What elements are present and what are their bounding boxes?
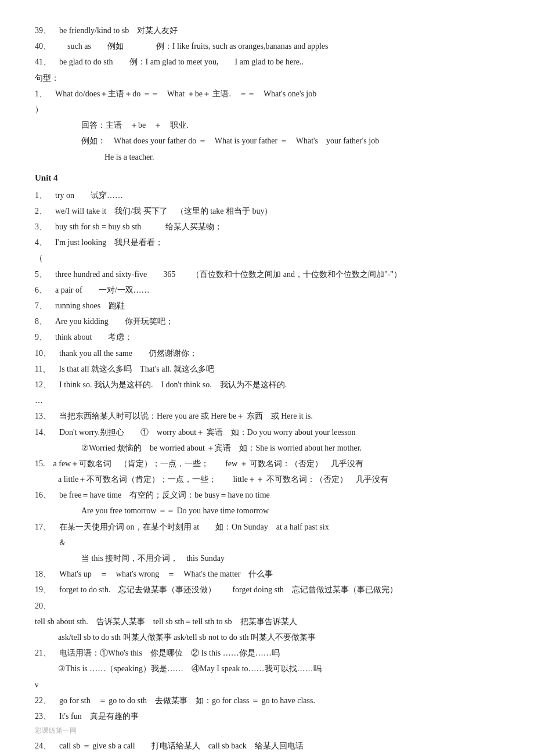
line-u12b: … [35, 393, 499, 408]
line-u18: 18、 What's up ＝ what's wrong ＝ What's th… [35, 567, 499, 581]
line-u17b: ＆ [35, 535, 499, 550]
line-u3: 3、 buy sth for sb = buy sb sth 给某人买某物； [35, 219, 499, 234]
line-u4b: （ [35, 251, 499, 265]
line-u12: 12、 I think so. 我认为是这样的. I don't think s… [35, 377, 499, 392]
line-u17a: 17、 在某一天使用介词 on，在某个时刻用 at 如：On Sunday at… [35, 520, 499, 534]
line-u21c: ν [35, 678, 499, 692]
line-l41: 41、 be glad to do sth 例：I am glad to mee… [35, 55, 499, 69]
line-u13: 13、 当把东西给某人时可以说：Here you are 或 Here be＋ … [35, 409, 499, 423]
line-u16a: 16、 be free＝have time 有空的；反义词：be busy＝ha… [35, 488, 499, 502]
line-ljx: 句型： [35, 71, 499, 85]
line-u14b: ②Worried 烦恼的 be worried about ＋宾语 如：She … [35, 441, 499, 455]
line-u7: 7、 running shoes 跑鞋 [35, 298, 499, 313]
line-u2: 2、 we/I will take it 我们/我 买下了 （这里的 take … [35, 204, 499, 218]
main-content: 39、 be friendly/kind to sb 对某人友好40、 such… [35, 23, 499, 756]
line-u11: 11、 Is that all 就这么多吗 That's all. 就这么多吧 [35, 362, 499, 376]
line-l40: 40、 such as 例如 例：I like fruits, such as … [35, 39, 499, 53]
line-u23wm: 彩课练第一网 [35, 725, 499, 737]
line-u23: 23、 It's fun 真是有趣的事 [35, 709, 499, 723]
line-u6: 6、 a pair of 一对/一双…… [35, 283, 499, 297]
line-u8: 8、 Are you kidding 你开玩笑吧； [35, 314, 499, 329]
line-u17c: 当 this 接时间，不用介词， this Sunday [35, 551, 499, 566]
line-u22: 22、 go for sth ＝ go to do sth 去做某事 如：go … [35, 693, 499, 708]
line-u20b: tell sb about sth. 告诉某人某事 tell sb sth＝te… [35, 614, 499, 629]
line-l1b: ） [35, 102, 499, 117]
line-u15a: 15. a few＋可数名词 （肯定）；一点，一些； few ＋ 可数名词：（否… [35, 456, 499, 471]
line-l1a: 1、 What do/does＋主语＋do ＝＝ What ＋be＋ 主语. ＝… [35, 87, 499, 101]
line-u1: 1、 try on 试穿…… [35, 188, 499, 203]
line-u19: 19、 forget to do sth. 忘记去做某事（事还没做） forge… [35, 582, 499, 597]
line-l1d: 例如： What does your father do ＝ What is y… [35, 134, 499, 148]
line-unit4: Unit 4 [35, 170, 499, 186]
line-l1c: 回答：主语 ＋be ＋ 职业. [35, 118, 499, 132]
line-u5: 5、 three hundred and sixty-five 365 （百位数… [35, 267, 499, 282]
line-u20c: ask/tell sb to do sth 叫某人做某事 ask/tell sb… [35, 630, 499, 645]
line-u14a: 14、 Don't worry.别担心 ① worry about＋ 宾语 如：… [35, 425, 499, 440]
line-u4: 4、 I'm just looking 我只是看看； [35, 235, 499, 250]
line-l39: 39、 be friendly/kind to sb 对某人友好 [35, 23, 499, 38]
line-u15b: a little＋不可数名词（肯定）；一点，一些； little＋＋ 不可数名词… [35, 472, 499, 487]
line-l1e: He is a teacher. [35, 150, 499, 164]
line-u9: 9、 think about 考虑； [35, 330, 499, 344]
line-u16b: Are you free tomorrow ＝＝ Do you have tim… [35, 503, 499, 518]
line-u24: 24、 call sb ＝ give sb a call 打电话给某人 call… [35, 739, 499, 753]
line-u10: 10、 thank you all the same 仍然谢谢你； [35, 346, 499, 361]
line-u21b: ③This is ……（speaking）我是…… ④May I speak t… [35, 661, 499, 676]
line-u21a: 21、 电话用语：①Who's this 你是哪位 ② Is this ……你是… [35, 646, 499, 660]
line-u20: 20、 [35, 599, 499, 613]
